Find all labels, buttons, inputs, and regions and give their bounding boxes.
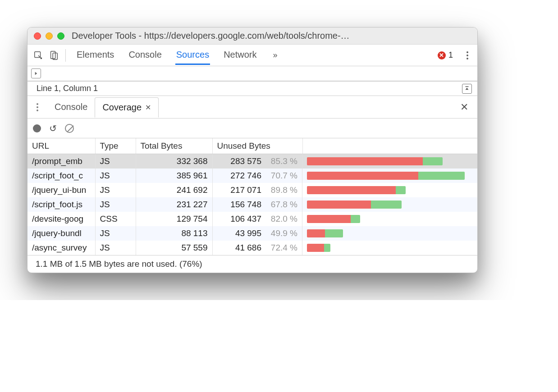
- cell-type: JS: [95, 241, 136, 255]
- cell-unused-bytes: 41 68672.4 %: [213, 241, 303, 255]
- drawer-tab-label: Coverage: [102, 102, 142, 113]
- window-controls: [34, 32, 64, 40]
- cursor-position: Line 1, Column 1: [37, 84, 98, 93]
- record-button-icon[interactable]: [33, 124, 41, 132]
- close-drawer-icon[interactable]: ✕: [456, 100, 473, 115]
- cell-total-bytes: 332 368: [136, 154, 212, 169]
- cell-url: /jquery-bundl: [27, 226, 95, 241]
- close-icon[interactable]: ✕: [145, 103, 151, 112]
- table-row[interactable]: /script_foot.jsJS231 227156 74867.8 %: [27, 197, 477, 212]
- table-row[interactable]: /jquery_ui-bunJS241 692217 07189.8 %: [27, 183, 477, 197]
- col-header-unused[interactable]: Unused Bytes: [212, 138, 302, 154]
- cell-type: CSS: [95, 212, 136, 226]
- separator: [65, 49, 66, 62]
- cell-usage-bar: [302, 154, 477, 169]
- cell-usage-bar: [302, 183, 477, 197]
- cell-usage-bar: [302, 169, 477, 183]
- cell-type: JS: [95, 154, 136, 169]
- drawer-tab-console[interactable]: Console: [47, 97, 95, 117]
- drawer-tab-coverage[interactable]: Coverage ✕: [95, 97, 159, 118]
- inspect-element-icon[interactable]: [32, 49, 45, 62]
- titlebar: Developer Tools - https://developers.goo…: [27, 27, 477, 45]
- devtools-window: Developer Tools - https://developers.goo…: [27, 27, 478, 273]
- cell-usage-bar: [302, 197, 477, 212]
- cell-unused-bytes: 43 99549.9 %: [213, 226, 303, 241]
- coverage-actions: ↻: [27, 119, 477, 138]
- table-row[interactable]: /devsite-googCSS129 754106 43782.0 %: [27, 212, 477, 226]
- table-row[interactable]: /script_foot_cJS385 961272 74670.7 %: [27, 169, 477, 183]
- coverage-table: URL Type Total Bytes Unused Bytes /promp…: [27, 138, 477, 255]
- cell-url: /script_foot_c: [27, 169, 95, 183]
- tab-elements[interactable]: Elements: [76, 46, 115, 65]
- cell-total-bytes: 129 754: [136, 212, 212, 226]
- cell-total-bytes: 241 692: [136, 183, 212, 197]
- main-toolbar: Elements Console Sources Network » ✕ 1: [27, 45, 477, 66]
- cell-url: /async_survey: [27, 241, 95, 255]
- cell-unused-bytes: 272 74670.7 %: [213, 169, 303, 183]
- table-row[interactable]: /prompt_embJS332 368283 57585.3 %: [27, 154, 477, 169]
- cell-total-bytes: 88 113: [136, 226, 212, 241]
- table-row[interactable]: /jquery-bundlJS88 11343 99549.9 %: [27, 226, 477, 241]
- minimize-window-button[interactable]: [46, 32, 53, 40]
- tab-network[interactable]: Network: [223, 46, 257, 65]
- cell-unused-bytes: 156 74867.8 %: [213, 197, 303, 212]
- col-header-type[interactable]: Type: [95, 138, 136, 154]
- collapse-pane-icon[interactable]: [462, 84, 472, 94]
- tab-console[interactable]: Console: [128, 46, 162, 65]
- cell-usage-bar: [302, 212, 477, 226]
- source-file-strip: [27, 66, 477, 82]
- table-row[interactable]: /async_surveyJS57 55941 68672.4 %: [27, 241, 477, 255]
- cell-type: JS: [95, 169, 136, 183]
- settings-menu-icon[interactable]: [462, 50, 473, 61]
- error-count: 1: [448, 50, 453, 60]
- col-header-url[interactable]: URL: [27, 138, 95, 154]
- navigator-toggle-icon[interactable]: [31, 68, 41, 78]
- cell-url: /prompt_emb: [27, 154, 95, 169]
- drawer-tabs: Console Coverage ✕ ✕: [27, 96, 477, 119]
- cell-usage-bar: [302, 241, 477, 255]
- coverage-footer: 1.1 MB of 1.5 MB bytes are not used. (76…: [27, 255, 477, 273]
- window-title: Developer Tools - https://developers.goo…: [72, 31, 471, 41]
- cell-url: /devsite-goog: [27, 212, 95, 226]
- clear-icon[interactable]: [65, 124, 74, 133]
- tab-sources[interactable]: Sources: [175, 46, 210, 65]
- col-header-total[interactable]: Total Bytes: [136, 138, 212, 154]
- more-tabs-icon[interactable]: »: [273, 50, 278, 60]
- cell-usage-bar: [302, 226, 477, 241]
- panel-tabs: Elements Console Sources Network: [76, 46, 258, 65]
- cell-type: JS: [95, 197, 136, 212]
- cell-url: /jquery_ui-bun: [27, 183, 95, 197]
- col-header-visualization[interactable]: [302, 138, 477, 154]
- cell-total-bytes: 385 961: [136, 169, 212, 183]
- cell-total-bytes: 57 559: [136, 241, 212, 255]
- cell-unused-bytes: 217 07189.8 %: [213, 183, 303, 197]
- editor-status-row: Line 1, Column 1: [27, 82, 477, 96]
- cell-url: /script_foot.js: [27, 197, 95, 212]
- error-count-badge[interactable]: ✕ 1: [438, 50, 453, 60]
- device-toolbar-icon[interactable]: [47, 49, 60, 62]
- error-icon: ✕: [438, 51, 446, 59]
- cell-type: JS: [95, 183, 136, 197]
- cell-total-bytes: 231 227: [136, 197, 212, 212]
- cell-unused-bytes: 106 43782.0 %: [213, 212, 303, 226]
- maximize-window-button[interactable]: [57, 32, 64, 40]
- close-window-button[interactable]: [34, 32, 41, 40]
- reload-icon[interactable]: ↻: [49, 123, 57, 134]
- cell-type: JS: [95, 226, 136, 241]
- drawer-menu-icon[interactable]: [32, 103, 43, 111]
- cell-unused-bytes: 283 57585.3 %: [213, 154, 303, 169]
